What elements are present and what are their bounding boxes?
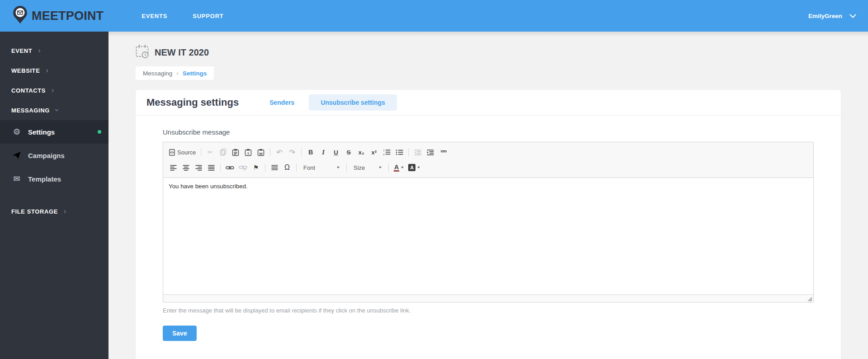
paste-button[interactable] bbox=[230, 146, 241, 158]
align-center-button[interactable] bbox=[180, 162, 192, 173]
sidebar-item-event[interactable]: EVENT › bbox=[0, 41, 108, 61]
bulleted-list-icon bbox=[396, 149, 403, 155]
resize-handle[interactable] bbox=[807, 297, 812, 301]
bold-button[interactable]: B bbox=[305, 146, 316, 158]
subscript-button[interactable]: x₂ bbox=[355, 146, 367, 158]
meetpoint-logo[interactable]: MEETPOINT bbox=[13, 5, 104, 26]
editor-status-bar bbox=[163, 294, 813, 302]
dropdown-caret-icon bbox=[401, 167, 404, 168]
sidebar-spacer bbox=[0, 191, 108, 201]
paste-from-word-button[interactable]: W bbox=[255, 146, 267, 158]
strikethrough-button[interactable]: S bbox=[343, 146, 354, 158]
anchor-button[interactable]: ⚑ bbox=[250, 162, 262, 173]
breadcrumb: Messaging › Settings bbox=[136, 66, 214, 80]
chevron-down-icon bbox=[849, 12, 856, 20]
copy-button[interactable] bbox=[217, 146, 229, 158]
align-justify-button[interactable] bbox=[205, 162, 217, 173]
user-menu[interactable]: EmilyGreen bbox=[808, 12, 856, 20]
sidebar-item-file-storage[interactable]: FILE STORAGE › bbox=[0, 201, 108, 221]
chevron-right-icon: › bbox=[38, 47, 41, 54]
breadcrumb-settings[interactable]: Settings bbox=[183, 70, 207, 77]
scissors-icon: ✂ bbox=[208, 149, 213, 156]
svg-text:1: 1 bbox=[383, 149, 384, 152]
chevron-down-icon: › bbox=[53, 109, 61, 112]
unlink-icon bbox=[239, 165, 247, 171]
card-title: Messaging settings bbox=[146, 97, 239, 108]
save-button[interactable]: Save bbox=[163, 326, 197, 341]
gear-icon: ⚙ bbox=[11, 127, 22, 137]
page-title: NEW IT 2020 bbox=[155, 47, 209, 58]
align-left-button[interactable] bbox=[167, 162, 179, 173]
chevron-right-icon: › bbox=[46, 67, 48, 74]
text-color-button[interactable]: A bbox=[392, 162, 406, 173]
main-content: NEW IT 2020 Messaging › Settings Messagi… bbox=[108, 32, 868, 359]
undo-icon: ↶ bbox=[277, 148, 283, 157]
page-header: NEW IT 2020 bbox=[136, 44, 841, 61]
brand-name: MEETPOINT bbox=[32, 9, 104, 23]
italic-icon: I bbox=[322, 149, 325, 156]
clipboard-word-icon: W bbox=[257, 149, 264, 156]
breadcrumb-separator: › bbox=[176, 70, 179, 77]
toolbar-row-2: ⚑ Ω Font bbox=[167, 160, 810, 175]
copy-icon bbox=[220, 149, 226, 156]
underline-button[interactable]: U bbox=[330, 146, 342, 158]
envelope-icon: ✉ bbox=[11, 174, 22, 184]
editor-content[interactable]: You have been unsubscribed. bbox=[163, 178, 813, 294]
source-button[interactable]: Source bbox=[167, 146, 198, 158]
special-character-button[interactable]: Ω bbox=[281, 162, 293, 173]
link-icon bbox=[226, 165, 234, 170]
numbered-list-button[interactable]: 12 bbox=[381, 146, 392, 158]
indent-icon bbox=[427, 149, 434, 155]
paste-plain-text-button[interactable]: T bbox=[242, 146, 254, 158]
superscript-button[interactable]: x² bbox=[368, 146, 380, 158]
sidebar: EVENT › WEBSITE › CONTACTS › MESSAGING ›… bbox=[0, 32, 108, 359]
undo-button[interactable]: ↶ bbox=[274, 146, 285, 158]
nav-support-link[interactable]: SUPPORT bbox=[193, 13, 223, 19]
sidebar-item-settings[interactable]: ⚙ Settings bbox=[0, 120, 108, 144]
unsubscribe-help-text: Enter the message that will be displayed… bbox=[163, 307, 814, 314]
chevron-right-icon: › bbox=[52, 87, 54, 94]
unlink-button[interactable] bbox=[237, 162, 249, 173]
card-body: Unsubscribe message Source bbox=[136, 116, 841, 341]
increase-indent-button[interactable] bbox=[425, 146, 436, 158]
sidebar-item-website[interactable]: WEBSITE › bbox=[0, 61, 108, 80]
tab-unsubscribe-settings[interactable]: Unsubscribe settings bbox=[309, 94, 396, 111]
align-center-icon bbox=[183, 165, 189, 171]
rich-text-editor: Source ✂ bbox=[163, 142, 814, 303]
horizontal-rule-button[interactable] bbox=[269, 162, 280, 173]
size-dropdown[interactable]: Size bbox=[350, 162, 385, 173]
dropdown-caret-icon bbox=[379, 167, 382, 168]
breadcrumb-messaging[interactable]: Messaging bbox=[143, 70, 172, 77]
bulleted-list-button[interactable] bbox=[393, 146, 405, 158]
align-justify-icon bbox=[208, 165, 215, 171]
sidebar-item-campaigns[interactable]: Campaigns bbox=[0, 144, 108, 167]
background-color-button[interactable]: A bbox=[406, 162, 422, 173]
paper-plane-icon bbox=[11, 151, 22, 159]
flag-icon: ⚑ bbox=[253, 164, 259, 171]
top-bar: MEETPOINT EVENTS SUPPORT EmilyGreen bbox=[0, 0, 868, 32]
nav-events-link[interactable]: EVENTS bbox=[142, 13, 167, 19]
toolbar-row-1: Source ✂ bbox=[167, 145, 810, 160]
svg-text:T: T bbox=[247, 151, 250, 155]
strikethrough-icon: S bbox=[347, 149, 351, 156]
source-doc-icon bbox=[169, 149, 175, 156]
active-indicator-dot bbox=[98, 130, 101, 134]
sidebar-item-templates[interactable]: ✉ Templates bbox=[0, 167, 108, 191]
numbered-list-icon: 12 bbox=[383, 149, 391, 155]
sidebar-item-contacts[interactable]: CONTACTS › bbox=[0, 80, 108, 100]
blockquote-button[interactable]: ”” bbox=[437, 146, 449, 158]
sidebar-item-messaging[interactable]: MESSAGING › bbox=[0, 100, 108, 120]
decrease-indent-button[interactable] bbox=[412, 146, 424, 158]
dropdown-caret-icon bbox=[417, 167, 420, 168]
cut-button[interactable]: ✂ bbox=[204, 146, 216, 158]
redo-button[interactable]: ↷ bbox=[286, 146, 298, 158]
clipboard-text-icon: T bbox=[245, 149, 252, 156]
map-pin-envelope-icon bbox=[13, 5, 28, 26]
align-right-button[interactable] bbox=[193, 162, 204, 173]
font-dropdown[interactable]: Font bbox=[300, 162, 343, 173]
link-button[interactable] bbox=[224, 162, 236, 173]
italic-button[interactable]: I bbox=[317, 146, 329, 158]
tab-senders[interactable]: Senders bbox=[259, 94, 304, 111]
clipboard-icon bbox=[232, 149, 239, 156]
dropdown-caret-icon bbox=[337, 167, 340, 168]
